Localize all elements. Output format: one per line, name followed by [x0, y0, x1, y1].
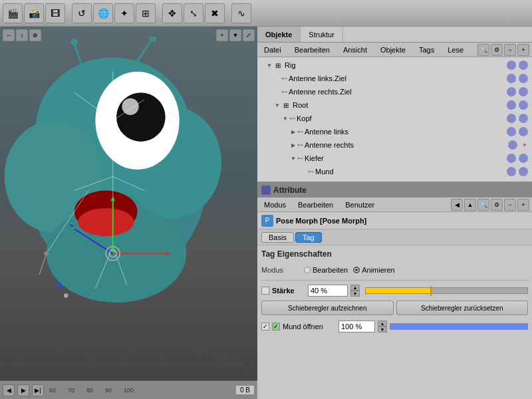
morph-bar[interactable] [390, 323, 528, 330]
radio-bearbeiten[interactable]: Bearbeiten [304, 266, 348, 274]
menu-lese[interactable]: Lese [444, 44, 467, 56]
tree-row-end-root [507, 100, 529, 110]
tree-label-kiefer: Kiefer [305, 154, 507, 162]
toolbar-icon-video[interactable]: 🎞 [45, 3, 65, 23]
tab-objekte[interactable]: Objekte [257, 27, 301, 42]
toolbar-icon-camera[interactable]: 📸 [24, 3, 44, 23]
toolbar-icon-star[interactable]: ✦ [114, 3, 134, 23]
vp-arrow-btn[interactable]: ↔ [3, 29, 15, 41]
morph-name-mund: Mund öffnen [283, 323, 336, 331]
objects-menubar-right: 🔍 ⚙ − + [477, 44, 529, 56]
tree-icon-rig: ⊞ [273, 61, 283, 70]
tab-basis[interactable]: Basis [261, 232, 294, 243]
tree-item-antenne-r-ziel[interactable]: ⊷ Antenne rechts.Ziel [257, 85, 532, 98]
tree-icon-arechts: ⊷ [297, 142, 303, 148]
vp-btn-2[interactable]: ▼ [229, 29, 241, 41]
strength-input[interactable] [308, 285, 348, 297]
tree-row-end-ar [507, 87, 529, 96]
attr-add-icon[interactable]: + [517, 199, 529, 211]
tab-struktur[interactable]: Struktur [301, 27, 343, 42]
tree-row-end-rig [507, 61, 529, 70]
timeline-mark-100: 100 [124, 387, 134, 394]
objects-settings-icon[interactable]: ⚙ [491, 44, 503, 56]
morph-stepper-up[interactable]: ▲ [378, 321, 387, 327]
objects-search-icon[interactable]: 🔍 [477, 44, 489, 56]
morph-row-mund: ✓ ✓ Mund öffnen ▲ ▼ [261, 319, 528, 334]
attr-back-icon[interactable]: ◀ [451, 199, 463, 211]
timeline-btn-play[interactable]: ▶ [17, 384, 29, 396]
toolbar-icon-move[interactable]: ✥ [162, 3, 182, 23]
attr-settings-icon[interactable]: ⚙ [491, 199, 503, 211]
attr-menu-bearbeiten[interactable]: Bearbeiten [294, 199, 337, 211]
stepper-up[interactable]: ▲ [350, 285, 360, 291]
tree-row-end-mund [507, 167, 529, 176]
tree-item-antenne-links[interactable]: ▶ ⊷ Antenne links [257, 125, 532, 138]
tree-dot-kopf [507, 114, 516, 123]
toolbar-icon-rotate[interactable]: ↺ [72, 3, 92, 23]
vp-btn-zoom[interactable]: ⤢ [243, 29, 255, 41]
timeline-btn-next[interactable]: ▶| [32, 384, 44, 396]
attr-menu-modus[interactable]: Modus [260, 199, 290, 211]
strength-bar-marker [430, 287, 432, 296]
timeline-btn-prev[interactable]: ◀ [3, 384, 15, 396]
objects-add-icon[interactable]: + [517, 44, 529, 56]
tree-label-kopf: Kopf [297, 114, 507, 122]
toolbar-icon-close[interactable]: ✖ [205, 3, 225, 23]
toolbar-icon-grid[interactable]: ⊞ [136, 3, 156, 23]
tree-item-kopf[interactable]: ▼ ⊷ Kopf [257, 112, 532, 125]
tree-label-root: Root [293, 101, 507, 109]
tree-dot2-root [519, 100, 528, 110]
attr-search-icon[interactable]: 🔍 [477, 199, 489, 211]
toolbar-icon-globe[interactable]: 🌐 [93, 3, 113, 23]
attr-minimize-icon[interactable]: − [504, 199, 516, 211]
radio-animieren[interactable]: Animieren [353, 266, 395, 274]
svg-point-7 [122, 98, 138, 115]
objects-minimize-icon[interactable]: − [504, 44, 516, 56]
morph-checkbox-2[interactable]: ✓ [272, 323, 280, 331]
tree-item-root[interactable]: ▼ ⊞ Root [257, 98, 532, 112]
viewport-background: + ▼ ⤢ ↔ ↕ ⊕ [0, 27, 257, 399]
strength-bar[interactable] [365, 287, 528, 294]
vp-rotate-btn[interactable]: ↕ [16, 29, 28, 41]
vp-btn-1[interactable]: + [216, 29, 228, 41]
menu-objekte[interactable]: Objekte [376, 44, 410, 56]
btn-zuruecksetzen[interactable]: Schieberegler zurücksetzen [396, 301, 529, 315]
timeline-mark-90: 90 [105, 387, 112, 394]
morph-stepper[interactable]: ▲ ▼ [378, 321, 387, 332]
attr-up-icon[interactable]: ▲ [464, 199, 476, 211]
toolbar-icon-scale[interactable]: ⤡ [184, 3, 203, 23]
modus-row: Modus Bearbeiten Animieren [261, 263, 528, 277]
tree-item-antenne-rechts[interactable]: ▶ ⊷ Antenne rechts ✦ [257, 138, 532, 152]
tree-row-end-alinks [507, 127, 529, 136]
toolbar-icon-film[interactable]: 🎬 [3, 3, 23, 23]
vp-top-left-controls: ↔ ↕ ⊕ [3, 29, 41, 41]
attr-menu-benutzer[interactable]: Benutzer [341, 199, 378, 211]
strength-checkbox[interactable] [261, 287, 269, 295]
viewport-3d[interactable]: + ▼ ⤢ ↔ ↕ ⊕ ◀ ▶ ▶| 60 70 80 90 100 0 B [0, 27, 257, 399]
btn-aufzeichnen[interactable]: Schieberegler aufzeichnen [261, 301, 394, 315]
tab-tag[interactable]: Tag [295, 232, 322, 243]
morph-input-mund[interactable] [338, 321, 375, 332]
tree-item-kiefer[interactable]: ▼ ⊷ Kiefer [257, 152, 532, 165]
tree-item-mund[interactable]: ⊷ Mund [257, 165, 532, 178]
menu-datei[interactable]: Datei [260, 44, 285, 56]
morph-checkbox-1[interactable]: ✓ [261, 323, 269, 331]
tree-dot-alinks [507, 127, 516, 136]
objects-menubar: Datei Bearbeiten Ansicht Objekte Tags Le… [257, 43, 532, 57]
morph-stepper-down[interactable]: ▼ [378, 327, 387, 332]
objects-tabs: Objekte Struktur [257, 27, 532, 43]
stepper-down[interactable]: ▼ [350, 291, 360, 297]
menu-tags[interactable]: Tags [415, 44, 438, 56]
strength-stepper[interactable]: ▲ ▼ [350, 285, 360, 297]
tree-dot-al [507, 74, 516, 83]
tree-item-antenne-l-ziel[interactable]: ⊷ Antenne links.Ziel [257, 72, 532, 85]
right-panel: Objekte Struktur Datei Bearbeiten Ansich… [257, 27, 532, 399]
tree-item-rig[interactable]: ▼ ⊞ Rig [257, 59, 532, 72]
menu-bearbeiten[interactable]: Bearbeiten [291, 44, 334, 56]
pose-morph-icon: P [261, 215, 273, 227]
object-tree[interactable]: ▼ ⊞ Rig ⊷ Antenne links.Ziel [257, 57, 532, 182]
toolbar-icon-spline[interactable]: ∿ [231, 3, 251, 23]
tree-arrow-root: ▼ [273, 102, 281, 108]
vp-zoom-btn2[interactable]: ⊕ [29, 29, 41, 41]
menu-ansicht[interactable]: Ansicht [339, 44, 371, 56]
